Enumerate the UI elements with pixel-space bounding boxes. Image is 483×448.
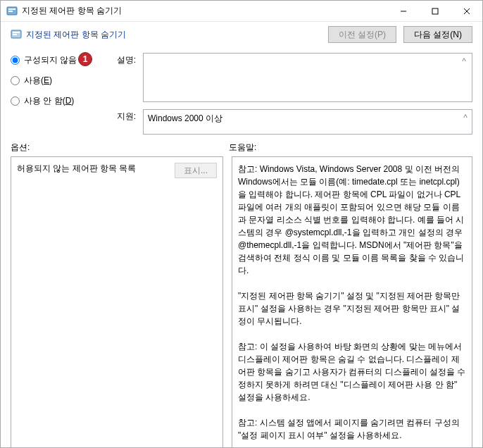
policy-editor-window: 지정된 제어판 항목 숨기기 지정된 제어판 항목 숨기기 이전 설정(P) 다… xyxy=(0,0,483,448)
radio-disabled[interactable]: 사용 안 함(D) xyxy=(11,95,102,107)
state-radio-group: 구성되지 않음 1 사용(E) 사용 안 함(D) xyxy=(11,53,102,135)
svg-rect-4 xyxy=(432,8,438,14)
help-panel[interactable]: 참고: Windows Vista, Windows Server 2008 및… xyxy=(232,156,472,448)
next-setting-button[interactable]: 다음 설정(N) xyxy=(403,26,472,43)
panels: 허용되지 않는 제어판 항목 목록 표시... 참고: Windows Vist… xyxy=(11,156,472,448)
content-area: 구성되지 않음 1 사용(E) 사용 안 함(D) 설명: ^ xyxy=(1,47,482,448)
minimize-button[interactable] xyxy=(387,1,419,22)
svg-rect-8 xyxy=(13,32,20,33)
radio-not-configured-label: 구성되지 않음 xyxy=(24,54,77,66)
nav-buttons: 이전 설정(P) 다음 설정(N) xyxy=(328,26,472,43)
radio-enabled-label: 사용(E) xyxy=(24,75,52,87)
radio-not-configured[interactable]: 구성되지 않음 1 xyxy=(11,54,102,66)
support-box: Windows 2000 이상 ^ xyxy=(143,109,472,135)
svg-rect-1 xyxy=(8,8,15,10)
window-title: 지정된 제어판 항목 숨기기 xyxy=(22,5,387,17)
annotation-marker-1: 1 xyxy=(78,52,92,66)
prev-setting-button[interactable]: 이전 설정(P) xyxy=(328,26,396,43)
options-label: 옵션: xyxy=(11,142,229,154)
svg-rect-9 xyxy=(13,34,17,35)
options-panel: 허용되지 않는 제어판 항목 목록 표시... xyxy=(11,156,223,448)
support-value: Windows 2000 이상 xyxy=(148,113,222,125)
disallowed-list-label: 허용되지 않는 제어판 항목 목록 xyxy=(17,163,175,175)
description-box[interactable]: ^ xyxy=(143,53,472,102)
policy-title: 지정된 제어판 항목 숨기기 xyxy=(26,29,328,41)
description-label: 설명: xyxy=(112,53,136,66)
top-section: 구성되지 않음 1 사용(E) 사용 안 함(D) 설명: ^ xyxy=(11,53,472,135)
radio-disabled-input[interactable] xyxy=(11,97,20,106)
maximize-button[interactable] xyxy=(419,1,451,22)
support-row: 지원: Windows 2000 이상 ^ xyxy=(112,109,472,135)
close-button[interactable] xyxy=(451,1,482,22)
description-row: 설명: ^ xyxy=(112,53,472,102)
titlebar: 지정된 제어판 항목 숨기기 xyxy=(1,1,482,22)
window-controls xyxy=(387,1,482,22)
show-list-button: 표시... xyxy=(175,163,217,178)
radio-enabled-input[interactable] xyxy=(11,76,20,85)
radio-not-configured-input[interactable] xyxy=(11,56,20,65)
support-label: 지원: xyxy=(112,109,136,123)
app-icon xyxy=(6,6,18,17)
radio-disabled-label: 사용 안 함(D) xyxy=(24,95,74,107)
section-labels: 옵션: 도움말: xyxy=(11,142,472,154)
radio-enabled[interactable]: 사용(E) xyxy=(11,75,102,87)
svg-rect-2 xyxy=(8,11,13,12)
policy-header: 지정된 제어판 항목 숨기기 이전 설정(P) 다음 설정(N) xyxy=(1,22,482,47)
scroll-up-icon: ^ xyxy=(463,113,468,123)
desc-column: 설명: ^ 지원: Windows 2000 이상 ^ xyxy=(112,53,472,135)
help-label: 도움말: xyxy=(229,142,472,154)
policy-icon xyxy=(11,29,22,40)
scroll-up-icon: ^ xyxy=(462,56,466,66)
